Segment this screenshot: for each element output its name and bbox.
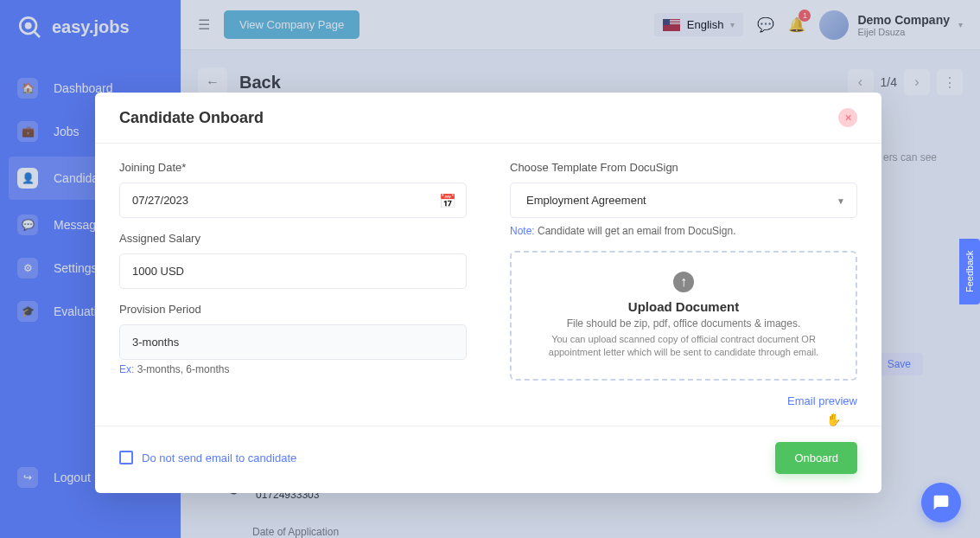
modal-footer: Do not send email to candidate Onboard	[95, 426, 881, 493]
modal-title: Candidate Onboard	[119, 109, 264, 127]
email-preview-link[interactable]: Email preview	[787, 394, 857, 407]
chat-bubble[interactable]	[921, 483, 961, 522]
provision-example: Ex: 3-months, 6-months	[119, 363, 467, 375]
upload-desc: You can upload scanned copy of official …	[527, 333, 840, 360]
checkbox-icon	[119, 451, 133, 464]
joining-date-input[interactable]	[119, 183, 467, 218]
template-label: Choose Template From DocuSign	[510, 161, 857, 174]
no-email-checkbox[interactable]: Do not send email to candidate	[119, 451, 296, 464]
upload-icon: ↑	[673, 272, 694, 292]
calendar-icon[interactable]: 📅	[439, 192, 456, 208]
provision-label: Provision Period	[119, 303, 467, 316]
template-select[interactable]: Employment Agreement	[510, 183, 857, 218]
modal-left-col: Joining Date* 📅 Assigned Salary Provisio…	[119, 161, 467, 408]
feedback-tab[interactable]: Feedback	[959, 239, 980, 304]
modal-right-col: Choose Template From DocuSign Employment…	[510, 161, 857, 408]
upload-sub: File should be zip, pdf, office document…	[527, 317, 840, 330]
salary-label: Assigned Salary	[119, 232, 467, 245]
joining-date-label: Joining Date*	[119, 161, 467, 174]
salary-input[interactable]	[119, 253, 467, 289]
candidate-onboard-modal: Candidate Onboard ✕ Joining Date* 📅 Assi…	[95, 93, 881, 493]
docusign-note: Note: Candidate will get an email from D…	[510, 225, 857, 237]
modal-body: Joining Date* 📅 Assigned Salary Provisio…	[95, 144, 881, 417]
chat-icon	[932, 494, 950, 511]
modal-header: Candidate Onboard ✕	[95, 93, 881, 144]
close-icon[interactable]: ✕	[838, 108, 857, 127]
upload-title: Upload Document	[527, 299, 840, 314]
email-preview-wrap: Email preview	[510, 393, 857, 408]
onboard-button[interactable]: Onboard	[775, 442, 857, 474]
checkbox-label: Do not send email to candidate	[142, 452, 296, 464]
provision-input[interactable]	[119, 324, 467, 360]
upload-dropzone[interactable]: ↑ Upload Document File should be zip, pd…	[510, 251, 857, 381]
cursor: ✋	[826, 413, 841, 426]
